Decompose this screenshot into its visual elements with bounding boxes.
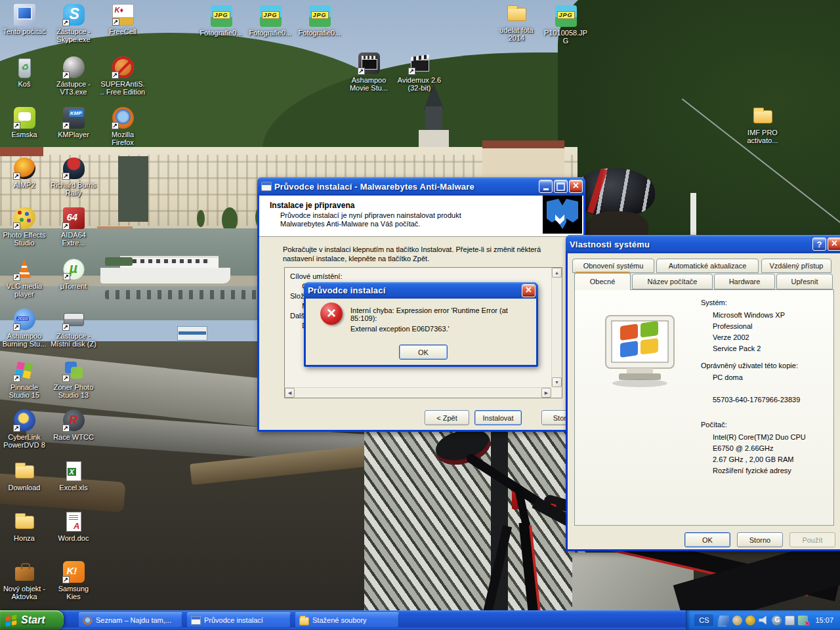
tab[interactable]: Obecné bbox=[574, 272, 631, 290]
desktop-icon[interactable]: Photo Effects Studio bbox=[1, 207, 47, 247]
start-button[interactable]: Start bbox=[0, 610, 64, 630]
desktop-icon[interactable]: Fotografie0... bbox=[198, 5, 244, 37]
system-lines: Microsoft Windows XPProfessionalVerze 20… bbox=[713, 310, 785, 354]
desktop-icon[interactable]: FreeCell bbox=[100, 4, 146, 35]
desktop-icon[interactable]: Zoner Photo Studio 13 bbox=[51, 360, 96, 399]
network-icon[interactable] bbox=[719, 616, 729, 625]
desktop-icon[interactable]: Fotografie0... bbox=[247, 5, 293, 37]
desktop-icon[interactable]: Mozilla Firefox bbox=[100, 107, 146, 146]
desktop-icon[interactable]: KMPlayer bbox=[51, 107, 96, 138]
desktop-icon[interactable]: Zástupce - Skype.exe bbox=[51, 4, 96, 43]
tab[interactable]: Hardware bbox=[714, 274, 775, 289]
desktop-icon[interactable]: Honza bbox=[1, 511, 47, 542]
scroll-right-icon[interactable] bbox=[541, 388, 551, 398]
desktop-icon[interactable]: SUPERAntiS... Free Edition bbox=[100, 56, 146, 96]
vertical-scrollbar[interactable] bbox=[551, 268, 562, 387]
desktop-icon[interactable]: VLC media player bbox=[1, 259, 47, 298]
shortcut-arrow-icon bbox=[62, 324, 70, 331]
system-tray: CS 15:07 bbox=[686, 610, 840, 630]
cancel-button[interactable]: Storno bbox=[737, 532, 783, 547]
shortcut-arrow-icon bbox=[13, 324, 20, 331]
desktop-icon[interactable]: µTorrent bbox=[51, 259, 96, 290]
desktop-icon[interactable]: CyberLink PowerDVD 8 bbox=[1, 410, 47, 449]
error-dialog-title: Průvodce instalací bbox=[308, 285, 520, 295]
desktop-icon[interactable]: Ashampoo Burning Stu... bbox=[1, 308, 47, 348]
desktop-icon[interactable]: Esmska bbox=[1, 107, 47, 138]
desktop-icon[interactable]: Zástupce - VT3.exe bbox=[51, 56, 96, 96]
scroll-down-icon[interactable] bbox=[552, 377, 562, 387]
task-icon bbox=[191, 616, 201, 625]
system-properties-titlebar[interactable]: Vlastnosti systému bbox=[566, 235, 840, 253]
close-button[interactable] bbox=[828, 238, 840, 251]
tab[interactable]: Automatické aktualizace bbox=[656, 259, 759, 273]
minimize-button[interactable] bbox=[539, 180, 553, 193]
tab[interactable]: Upřesnit bbox=[776, 274, 833, 289]
desktop-icon-image bbox=[63, 561, 85, 583]
close-button[interactable] bbox=[569, 180, 583, 193]
ok-button[interactable]: OK bbox=[684, 532, 730, 547]
bug-icon[interactable] bbox=[746, 616, 755, 625]
desktop-icon[interactable]: IMF PRO activato... bbox=[740, 105, 786, 144]
desktop-icon[interactable]: udelat fota 2014 bbox=[494, 3, 539, 42]
desktop-icon-image bbox=[14, 410, 35, 431]
installer-header-title: Instalace je připravena bbox=[270, 201, 354, 210]
close-button[interactable] bbox=[522, 284, 536, 297]
desktop-icon[interactable]: Race WTCC bbox=[51, 410, 96, 441]
desktop-icon[interactable]: Richard Burns Rally bbox=[51, 158, 96, 197]
taskbar-clock[interactable]: 15:07 bbox=[815, 616, 833, 624]
shortcut-arrow-icon bbox=[13, 425, 20, 432]
desktop-icon[interactable]: AIDA64 Extre... bbox=[51, 207, 96, 247]
desktop-icon[interactable]: P1010058.JPG bbox=[543, 5, 589, 45]
error-dialog-titlebar[interactable]: Průvodce instalací bbox=[304, 282, 538, 299]
desktop-icon-image bbox=[112, 107, 134, 129]
desktop-icon-image bbox=[63, 360, 85, 381]
desktop-icon[interactable]: Tento počítač bbox=[1, 4, 47, 35]
desktop-icon[interactable]: Fotografie0... bbox=[297, 5, 343, 37]
desktop-icon[interactable]: Word.doc bbox=[51, 511, 96, 542]
scroll-left-icon[interactable] bbox=[285, 388, 295, 398]
tab[interactable]: Název počítače bbox=[632, 274, 713, 289]
taskbar-task-downloads[interactable]: Stažené soubory bbox=[295, 612, 399, 628]
desktop-icon-image bbox=[506, 3, 528, 24]
language-indicator[interactable]: CS bbox=[694, 614, 713, 626]
ok-button[interactable]: OK bbox=[399, 345, 448, 360]
desktop-icon[interactable]: Excel.xls bbox=[51, 460, 96, 492]
graphics-icon[interactable] bbox=[772, 616, 782, 625]
tab[interactable]: Vzdálený přístup bbox=[761, 259, 831, 273]
tab[interactable]: Obnovení systému bbox=[572, 259, 654, 273]
horizontal-scrollbar[interactable] bbox=[285, 387, 551, 398]
help-button[interactable] bbox=[812, 238, 826, 251]
desktop-icon[interactable]: Ashampoo Movie Stu... bbox=[346, 52, 392, 92]
desktop-icon[interactable]: Avidemux 2.6 (32-bit) bbox=[396, 52, 442, 92]
apply-button[interactable]: Použít bbox=[789, 532, 835, 547]
desktop-icon[interactable]: Pinnacle Studio 15 bbox=[1, 360, 47, 399]
maximize-button[interactable] bbox=[554, 180, 568, 193]
desktop-icon[interactable]: Koš bbox=[1, 56, 47, 88]
back-button[interactable]: < Zpět bbox=[425, 410, 469, 425]
system-properties-title: Vlastnosti systému bbox=[570, 240, 811, 249]
desktop-icon[interactable]: Samsung Kies bbox=[51, 561, 96, 600]
taskbar-task-installer[interactable]: Průvodce instalací bbox=[187, 612, 291, 628]
shortcut-arrow-icon bbox=[62, 222, 70, 230]
install-button[interactable]: Instalovat bbox=[474, 410, 522, 425]
desktop-icon-image bbox=[309, 5, 331, 27]
taskbar-task-firefox[interactable]: Seznam – Najdu tam,... bbox=[79, 612, 182, 628]
shortcut-arrow-icon bbox=[112, 18, 119, 26]
registered-user-name: PC doma bbox=[713, 373, 743, 381]
desktop-icon[interactable]: Download bbox=[1, 460, 47, 492]
desktop-icon-image bbox=[14, 360, 35, 381]
volume-icon[interactable] bbox=[759, 616, 768, 625]
installer-header-text: Průvodce instalací je nyní připraven nai… bbox=[280, 211, 497, 228]
desktop-icon[interactable]: Zástupce - Místní disk (Z) bbox=[51, 308, 96, 348]
installer-titlebar[interactable]: Průvodce instalací - Malwarebytes Anti-M… bbox=[257, 177, 585, 196]
task-icon bbox=[299, 617, 309, 625]
desktop-icon[interactable]: AIMP2 bbox=[1, 158, 47, 189]
input-device-icon[interactable] bbox=[785, 616, 795, 625]
shortcut-arrow-icon bbox=[62, 425, 70, 432]
update-error-icon[interactable] bbox=[798, 616, 808, 625]
audio-icon[interactable] bbox=[732, 616, 742, 625]
desktop-icon[interactable]: Nový objekt - Aktovka bbox=[1, 561, 47, 600]
scroll-up-icon[interactable] bbox=[552, 268, 562, 278]
computer-lines: Intel(R) Core(TM)2 Duo CPUE6750 @ 2.66GH… bbox=[713, 432, 806, 476]
shortcut-arrow-icon bbox=[13, 375, 20, 382]
